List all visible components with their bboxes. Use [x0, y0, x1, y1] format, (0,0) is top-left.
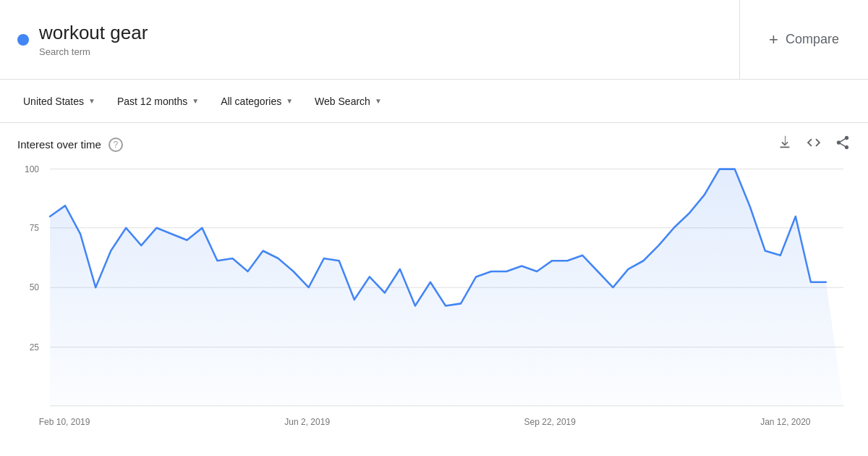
- chart-title-area: Interest over time ?: [17, 138, 123, 152]
- svg-text:50: 50: [30, 282, 39, 292]
- download-icon[interactable]: [777, 135, 793, 154]
- category-arrow-icon: ▼: [286, 97, 293, 105]
- chart-container: 100 75 50 25 Feb 10, 2019 Jun 2, 2019 Se…: [17, 161, 851, 436]
- search-type-arrow-icon: ▼: [375, 97, 382, 105]
- chart-section: Interest over time ?: [0, 123, 868, 436]
- filters-bar: United States ▼ Past 12 months ▼ All cat…: [0, 80, 868, 123]
- chart-header: Interest over time ?: [17, 135, 851, 154]
- svg-text:Jun 2, 2019: Jun 2, 2019: [284, 417, 330, 427]
- compare-section[interactable]: + Compare: [740, 30, 868, 49]
- category-filter[interactable]: All categories ▼: [212, 90, 302, 113]
- svg-text:Feb 10, 2019: Feb 10, 2019: [39, 417, 90, 427]
- chart-actions: [777, 135, 851, 154]
- chart-title: Interest over time: [17, 138, 101, 151]
- search-type-label: Web Search: [315, 96, 370, 107]
- search-term-section: workout gear Search term: [0, 0, 740, 79]
- svg-text:75: 75: [30, 223, 39, 233]
- svg-text:100: 100: [25, 164, 39, 174]
- search-type-filter[interactable]: Web Search ▼: [306, 90, 391, 113]
- search-term-name: workout gear: [39, 22, 148, 44]
- trend-chart: 100 75 50 25 Feb 10, 2019 Jun 2, 2019 Se…: [17, 161, 851, 436]
- help-icon[interactable]: ?: [109, 138, 123, 152]
- search-term-dot: [17, 34, 29, 46]
- svg-text:Sep 22, 2019: Sep 22, 2019: [524, 417, 576, 427]
- embed-icon[interactable]: [806, 135, 822, 154]
- region-label: United States: [23, 96, 84, 107]
- time-filter[interactable]: Past 12 months ▼: [109, 90, 208, 113]
- compare-plus-icon: +: [769, 30, 778, 49]
- svg-text:Jan 12, 2020: Jan 12, 2020: [760, 417, 811, 427]
- share-icon[interactable]: [835, 135, 851, 154]
- category-label: All categories: [221, 96, 281, 107]
- search-term-label: Search term: [39, 46, 148, 57]
- search-term-text: workout gear Search term: [39, 22, 148, 56]
- region-filter[interactable]: United States ▼: [14, 90, 104, 113]
- time-arrow-icon: ▼: [192, 97, 199, 105]
- region-arrow-icon: ▼: [88, 97, 95, 105]
- compare-label: Compare: [786, 32, 839, 47]
- header: workout gear Search term + Compare: [0, 0, 868, 80]
- svg-text:25: 25: [30, 342, 39, 352]
- time-label: Past 12 months: [117, 96, 187, 107]
